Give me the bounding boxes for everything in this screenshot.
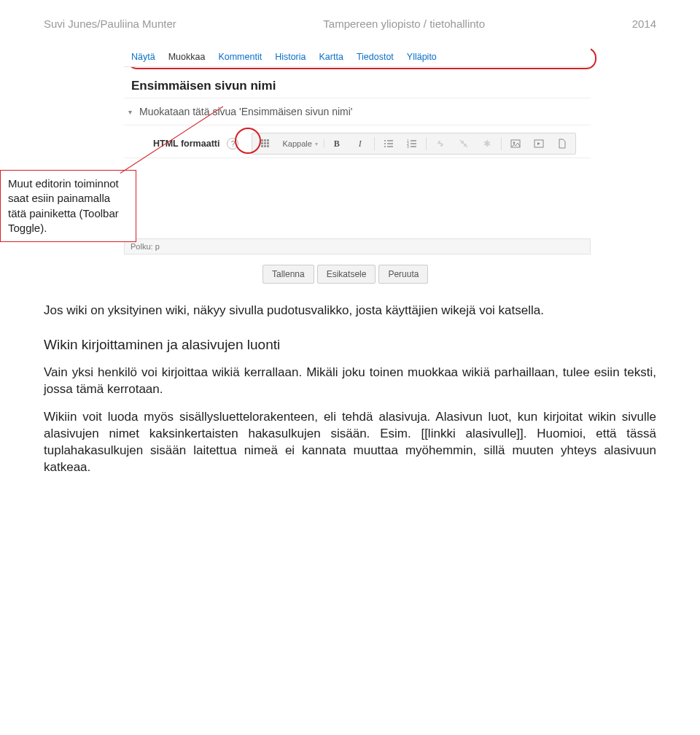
- bold-button[interactable]: B: [326, 136, 348, 152]
- svg-rect-5: [267, 142, 269, 144]
- wiki-editor-screenshot: Näytä Muokkaa Kommentit Historia Kartta …: [124, 46, 591, 288]
- separator: [426, 137, 427, 150]
- tab-history[interactable]: Historia: [275, 52, 306, 62]
- svg-rect-10: [387, 140, 393, 141]
- svg-rect-2: [267, 139, 269, 141]
- svg-rect-0: [261, 139, 263, 141]
- link-icon[interactable]: [429, 136, 451, 152]
- document-page: Suvi Junes/Pauliina Munter Tampereen yli…: [0, 0, 700, 517]
- editing-section-heading[interactable]: Muokataan tätä sivua 'Ensimmäisen sivun …: [124, 98, 591, 125]
- svg-rect-8: [267, 145, 269, 147]
- italic-button[interactable]: I: [349, 136, 371, 152]
- editor-actions: Tallenna Esikatsele Peruuta: [124, 254, 591, 288]
- cancel-button[interactable]: Peruuta: [378, 265, 428, 284]
- section-label: Muokataan tätä sivua 'Ensimmäisen sivun …: [139, 106, 352, 117]
- editor-path: Polku: p: [124, 238, 591, 254]
- media-icon[interactable]: [528, 136, 550, 152]
- header-org: Tampereen yliopisto / tietohallinto: [323, 18, 485, 30]
- separator: [501, 137, 502, 150]
- editor-toolbar: Kappale B I 123 ✱: [252, 133, 575, 155]
- heading-writing-subpages: Wikin kirjoittaminen ja alasivujen luont…: [44, 335, 656, 354]
- svg-point-22: [513, 142, 515, 144]
- wiki-tabs: Näytä Muokkaa Kommentit Historia Kartta …: [124, 46, 591, 67]
- anchor-icon[interactable]: ✱: [476, 136, 498, 152]
- bullet-list-icon[interactable]: [378, 136, 400, 152]
- svg-rect-12: [387, 143, 393, 144]
- unlink-icon[interactable]: [453, 136, 475, 152]
- paragraph-one-editor: Vain yksi henkilö voi kirjoittaa wikiä k…: [44, 365, 656, 398]
- svg-rect-7: [264, 145, 266, 147]
- format-label: HTML formaatti: [153, 139, 219, 149]
- save-button[interactable]: Tallenna: [262, 265, 314, 284]
- svg-rect-3: [261, 142, 263, 144]
- file-icon[interactable]: [551, 136, 573, 152]
- editor-format-row: HTML formaatti ? Kappale B I 123: [124, 125, 591, 158]
- paragraph-private-wiki: Jos wiki on yksityinen wiki, näkyy sivul…: [44, 303, 656, 319]
- document-body: Jos wiki on yksityinen wiki, näkyy sivul…: [44, 303, 656, 476]
- tab-admin[interactable]: Ylläpito: [407, 52, 437, 62]
- tab-comments[interactable]: Kommentit: [218, 52, 262, 62]
- svg-point-13: [384, 146, 386, 147]
- svg-rect-6: [261, 145, 263, 147]
- svg-rect-20: [411, 146, 416, 147]
- numbered-list-icon[interactable]: 123: [401, 136, 423, 152]
- wiki-page-title: Ensimmäisen sivun nimi: [124, 67, 591, 98]
- paragraph-style-select[interactable]: Kappale: [278, 139, 324, 148]
- editor-content-area[interactable]: [124, 158, 591, 238]
- separator: [374, 137, 375, 150]
- tab-files[interactable]: Tiedostot: [357, 52, 394, 62]
- svg-point-11: [384, 143, 386, 144]
- svg-rect-4: [264, 142, 266, 144]
- tab-edit[interactable]: Muokkaa: [168, 52, 206, 62]
- svg-point-9: [384, 140, 386, 141]
- toolbar-toggle-icon[interactable]: [254, 136, 276, 152]
- help-icon[interactable]: ?: [227, 138, 238, 149]
- image-icon[interactable]: [505, 136, 526, 152]
- header-year: 2014: [632, 18, 656, 30]
- paragraph-subpages: Wikiin voit luoda myös sisällysluettelor…: [44, 409, 656, 476]
- preview-button[interactable]: Esikatsele: [317, 265, 376, 284]
- header-author: Suvi Junes/Pauliina Munter: [44, 18, 176, 30]
- tab-map[interactable]: Kartta: [319, 52, 343, 62]
- callout-toolbar-toggle: Muut editorin toiminnot saat esiin paina…: [0, 170, 136, 242]
- svg-rect-14: [387, 146, 393, 147]
- svg-rect-1: [264, 139, 266, 141]
- svg-rect-16: [411, 140, 416, 141]
- svg-rect-18: [411, 143, 416, 144]
- svg-text:3: 3: [407, 144, 409, 149]
- doc-header: Suvi Junes/Pauliina Munter Tampereen yli…: [44, 18, 656, 30]
- tab-view[interactable]: Näytä: [131, 52, 155, 62]
